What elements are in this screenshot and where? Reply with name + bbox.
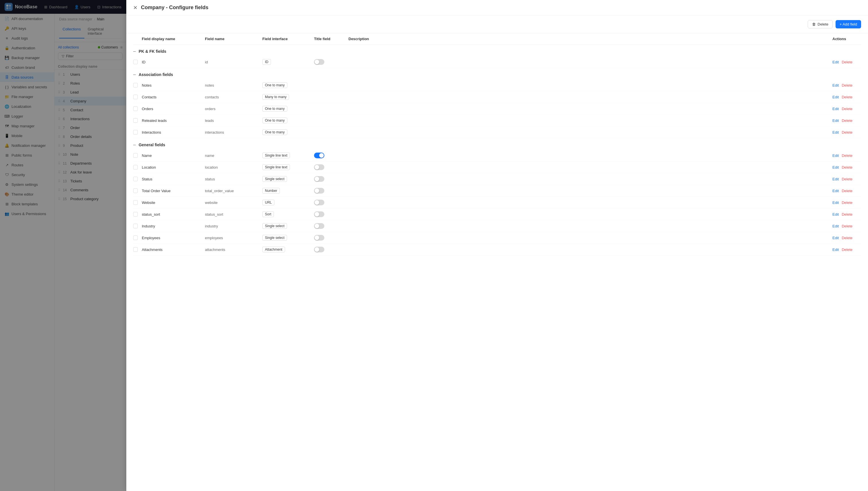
section-row: – PK & FK fields (133, 45, 861, 56)
field-name: name (205, 153, 262, 158)
delete-field-button[interactable]: Delete (842, 189, 852, 193)
title-field-cell (314, 247, 349, 252)
edit-button[interactable]: Edit (833, 118, 839, 123)
edit-button[interactable]: Edit (833, 212, 839, 216)
section-row: – Association fields (133, 68, 861, 80)
title-field-toggle[interactable] (314, 152, 324, 158)
field-display-name: Location (142, 165, 205, 170)
delete-field-button[interactable]: Delete (842, 224, 852, 228)
edit-button[interactable]: Edit (833, 189, 839, 193)
field-row: Status status Single select Edit Delete (133, 173, 861, 185)
row-checkbox[interactable] (133, 83, 138, 87)
field-name: notes (205, 83, 262, 87)
row-checkbox[interactable] (133, 177, 138, 181)
add-field-button[interactable]: + Add field (836, 20, 861, 28)
row-checkbox[interactable] (133, 189, 138, 193)
section-collapse[interactable]: – (133, 142, 136, 147)
field-interface: Number (262, 188, 314, 194)
row-checkbox[interactable] (133, 60, 138, 64)
row-checkbox[interactable] (133, 118, 138, 123)
edit-button[interactable]: Edit (833, 177, 839, 181)
title-field-cell (314, 188, 349, 194)
actions-cell: Edit Delete (833, 83, 861, 87)
edit-button[interactable]: Edit (833, 83, 839, 87)
delete-field-button[interactable]: Delete (842, 60, 852, 64)
field-name: status (205, 177, 262, 181)
delete-field-button[interactable]: Delete (842, 236, 852, 240)
row-checkbox[interactable] (133, 200, 138, 205)
delete-field-button[interactable]: Delete (842, 248, 852, 252)
col-header-actions: Actions (833, 37, 861, 41)
title-field-cell (314, 211, 349, 217)
delete-field-button[interactable]: Delete (842, 165, 852, 170)
title-field-toggle[interactable] (314, 211, 324, 217)
delete-field-button[interactable]: Delete (842, 130, 852, 135)
row-checkbox[interactable] (133, 212, 138, 216)
row-checkbox[interactable] (133, 153, 138, 158)
field-row: ID id ID Edit Delete (133, 56, 861, 68)
row-checkbox[interactable] (133, 165, 138, 170)
edit-button[interactable]: Edit (833, 107, 839, 111)
field-display-name: Website (142, 200, 205, 205)
table-header-row: Field display name Field name Field inte… (133, 33, 861, 45)
row-checkbox[interactable] (133, 95, 138, 99)
field-display-name: Name (142, 153, 205, 158)
row-checkbox[interactable] (133, 247, 138, 252)
delete-field-button[interactable]: Delete (842, 177, 852, 181)
field-name: employees (205, 236, 262, 240)
field-row: Industry industry Single select Edit Del… (133, 220, 861, 232)
field-row: Attachments attachments Attachment Edit … (133, 244, 861, 256)
title-field-toggle[interactable] (314, 59, 324, 65)
trash-icon: 🗑 (812, 22, 816, 26)
edit-button[interactable]: Edit (833, 153, 839, 158)
title-field-toggle[interactable] (314, 235, 324, 241)
actions-cell: Edit Delete (833, 95, 861, 99)
delete-field-button[interactable]: Delete (842, 107, 852, 111)
row-checkbox[interactable] (133, 107, 138, 111)
row-checkbox[interactable] (133, 224, 138, 228)
field-display-name: Industry (142, 224, 205, 228)
actions-cell: Edit Delete (833, 189, 861, 193)
field-row: Contacts contacts Many to many Edit Dele… (133, 91, 861, 103)
delete-button[interactable]: 🗑 Delete (808, 20, 833, 28)
fields-content: – PK & FK fields ID id ID Edit Delete – … (133, 45, 861, 256)
field-display-name: Orders (142, 107, 205, 111)
field-interface: One to many (262, 106, 314, 112)
delete-field-button[interactable]: Delete (842, 153, 852, 158)
edit-button[interactable]: Edit (833, 130, 839, 135)
title-field-toggle[interactable] (314, 176, 324, 182)
row-checkbox[interactable] (133, 235, 138, 240)
field-name: id (205, 60, 262, 64)
section-collapse[interactable]: – (133, 49, 136, 54)
section-collapse[interactable]: – (133, 72, 136, 77)
edit-button[interactable]: Edit (833, 165, 839, 170)
row-checkbox[interactable] (133, 130, 138, 135)
title-field-toggle[interactable] (314, 188, 324, 194)
actions-cell: Edit Delete (833, 153, 861, 158)
edit-button[interactable]: Edit (833, 200, 839, 205)
edit-button[interactable]: Edit (833, 236, 839, 240)
modal-toolbar: 🗑 Delete + Add field (126, 16, 868, 33)
field-row: Notes notes One to many Edit Delete (133, 80, 861, 91)
delete-field-button[interactable]: Delete (842, 118, 852, 123)
delete-field-button[interactable]: Delete (842, 200, 852, 205)
title-field-cell (314, 200, 349, 205)
title-field-toggle[interactable] (314, 200, 324, 205)
title-field-toggle[interactable] (314, 164, 324, 170)
delete-field-button[interactable]: Delete (842, 95, 852, 99)
section-label: PK & FK fields (139, 49, 166, 54)
field-display-name: Notes (142, 83, 205, 87)
edit-button[interactable]: Edit (833, 95, 839, 99)
title-field-toggle[interactable] (314, 247, 324, 252)
title-field-toggle[interactable] (314, 223, 324, 229)
modal-overlay[interactable]: ✕ Company - Configure fields 🗑 Delete + … (55, 14, 868, 491)
edit-button[interactable]: Edit (833, 60, 839, 64)
field-name: leads (205, 118, 262, 123)
delete-field-button[interactable]: Delete (842, 212, 852, 216)
edit-button[interactable]: Edit (833, 224, 839, 228)
field-interface: Single select (262, 235, 314, 241)
field-interface: One to many (262, 129, 314, 135)
edit-button[interactable]: Edit (833, 248, 839, 252)
col-header-display-name: Field display name (142, 37, 205, 41)
delete-field-button[interactable]: Delete (842, 83, 852, 87)
